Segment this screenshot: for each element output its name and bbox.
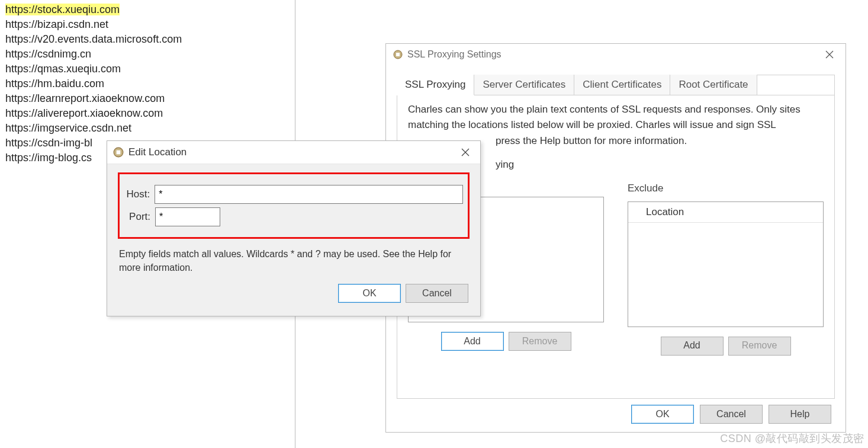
host-item[interactable]: https://stock.xueqiu.com	[5, 2, 288, 17]
cancel-button[interactable]: Cancel	[700, 405, 763, 424]
exclude-location-header: Location	[628, 202, 823, 223]
wildcard-hint: Empty fields match all values. Wildcards…	[118, 247, 470, 274]
host-item[interactable]: https://learnreport.xiaoeknow.com	[5, 91, 288, 106]
tab-ssl-proxying[interactable]: SSL Proxying	[397, 75, 474, 95]
dialog-titlebar: Edit Location	[107, 141, 480, 164]
app-icon	[113, 147, 124, 158]
tab-client-certificates[interactable]: Client Certificates	[574, 75, 670, 95]
edit-location-dialog: Edit Location Host: Port: Empty fields m…	[107, 140, 481, 316]
exclude-column: Exclude Location Add Remove	[628, 181, 824, 355]
host-item[interactable]: https://hm.baidu.com	[5, 76, 288, 91]
host-item[interactable]: https://qmas.xueqiu.com	[5, 62, 288, 76]
cancel-button[interactable]: Cancel	[406, 284, 468, 303]
app-icon	[393, 50, 403, 59]
help-button[interactable]: Help	[769, 405, 831, 424]
host-label: Host:	[122, 188, 150, 200]
host-item[interactable]: https://csdnimg.cn	[5, 47, 288, 62]
exclude-remove-button[interactable]: Remove	[728, 337, 791, 356]
tab-root-certificate[interactable]: Root Certificate	[670, 75, 757, 95]
include-remove-button[interactable]: Remove	[509, 332, 571, 351]
svg-rect-3	[117, 151, 121, 155]
close-icon[interactable]	[456, 147, 474, 158]
tab-server-certificates[interactable]: Server Certificates	[474, 75, 574, 95]
ok-button[interactable]: OK	[631, 405, 694, 424]
host-input[interactable]	[155, 185, 463, 204]
highlight-box: Host: Port:	[118, 172, 470, 239]
watermark: CSDN @敲代码敲到头发茂密	[720, 431, 864, 446]
tab-bar: SSL Proxying Server Certificates Client …	[397, 75, 834, 95]
port-label: Port:	[122, 211, 150, 223]
port-input[interactable]	[155, 207, 220, 226]
exclude-add-button[interactable]: Add	[661, 337, 724, 356]
window-title: SSL Proxying Settings	[407, 49, 501, 60]
host-item[interactable]: https://bizapi.csdn.net	[5, 17, 288, 32]
dialog-title: Edit Location	[128, 146, 187, 158]
exclude-listbox[interactable]: Location	[628, 201, 824, 327]
include-add-button[interactable]: Add	[441, 332, 504, 351]
svg-rect-1	[396, 53, 400, 56]
window-titlebar: SSL Proxying Settings	[386, 44, 846, 65]
exclude-heading: Exclude	[628, 181, 824, 196]
close-icon[interactable]	[821, 49, 838, 60]
ok-button[interactable]: OK	[338, 284, 401, 303]
enable-ssl-proxying-label-cut: ying	[496, 157, 824, 172]
host-item[interactable]: https://v20.events.data.microsoft.com	[5, 32, 288, 47]
host-item[interactable]: https://alivereport.xiaoeknow.com	[5, 106, 288, 121]
host-item[interactable]: https://imgservice.csdn.net	[5, 121, 288, 136]
